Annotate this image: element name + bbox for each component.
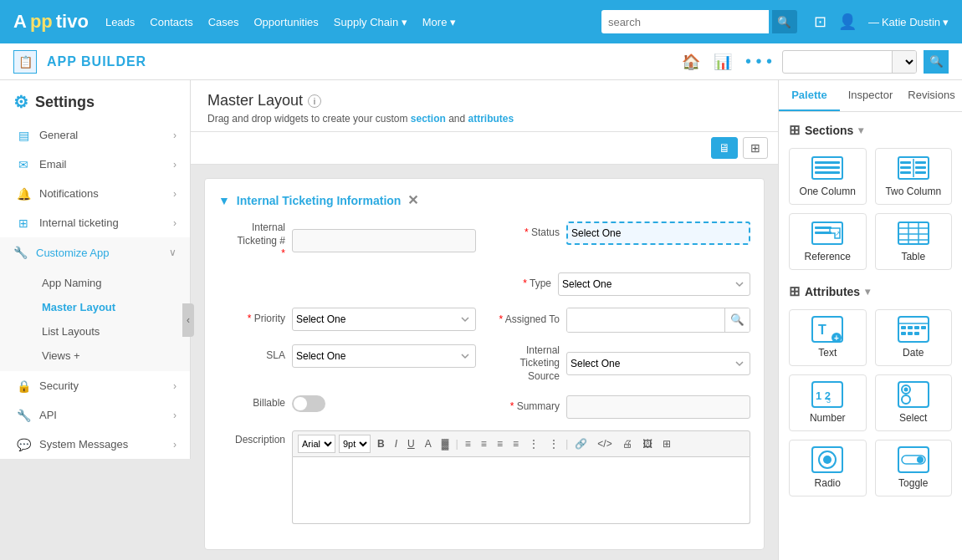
sidebar-collapse-handle[interactable]: ‹ [182, 303, 194, 337]
nav-more[interactable]: More ▾ [422, 16, 456, 28]
priority-select[interactable]: Select One [292, 308, 476, 331]
form-col-internal-ticketing: InternalTicketing #* [218, 221, 476, 261]
description-editor: Arial 9pt B I U A ▓ | ≡ ≡ ≡ [292, 430, 750, 524]
ab-search-button[interactable]: 🔍 [924, 50, 949, 74]
sidebar-item-security[interactable]: 🔒 Security › [0, 371, 190, 400]
ordered-list-button[interactable]: ⋮ [545, 436, 562, 451]
app-logo[interactable]: Apptivo [13, 11, 89, 33]
builder-header: Master Layout i Drag and drop widgets to… [191, 80, 778, 132]
attributes-title: ⊞ Attributes ▾ [789, 283, 952, 299]
nav-cases[interactable]: Cases [208, 16, 239, 28]
user-icon[interactable]: 👤 [838, 13, 857, 31]
sidebar-item-notifications[interactable]: 🔔 Notifications › [0, 179, 190, 208]
sub-item-master-layout[interactable]: Master Layout [33, 295, 190, 319]
internal-ticketing-input[interactable] [292, 229, 476, 252]
ticketing-source-select[interactable]: Select One [566, 352, 750, 375]
print-button[interactable]: 🖨 [619, 436, 636, 451]
sections-label: Sections [805, 124, 853, 137]
align-justify-button[interactable]: ≡ [509, 436, 522, 451]
search-input[interactable] [601, 10, 769, 33]
summary-input[interactable] [566, 395, 750, 419]
font-size-select[interactable]: 9pt [339, 435, 371, 453]
more-options-icon[interactable]: • • • [742, 48, 775, 74]
description-text-area[interactable] [292, 457, 750, 524]
sidebar-item-system-messages[interactable]: 💬 System Messages › [0, 430, 190, 459]
form-col-sla: SLA Select One [218, 344, 476, 368]
highlight-button[interactable]: ▓ [438, 436, 453, 451]
tab-palette[interactable]: Palette [779, 80, 840, 111]
status-select[interactable]: Select One [566, 221, 750, 245]
tab-inspector[interactable]: Inspector [840, 80, 901, 111]
section-collapse-icon[interactable]: ▼ [218, 194, 230, 207]
editor-toolbar: Arial 9pt B I U A ▓ | ≡ ≡ ≡ [292, 430, 750, 457]
palette-radio[interactable]: Radio [789, 440, 867, 496]
nav-opportunities[interactable]: Opportunities [254, 16, 319, 28]
svg-rect-7 [900, 166, 911, 169]
sub-item-app-naming[interactable]: App Naming [33, 271, 190, 295]
underline-button[interactable]: U [404, 436, 418, 451]
svg-rect-1 [815, 161, 840, 164]
info-icon[interactable]: i [308, 94, 321, 108]
nav-supply-chain[interactable]: Supply Chain ▾ [334, 16, 407, 28]
description-label: Description [218, 430, 285, 447]
form-col-summary: * Summary [493, 395, 750, 419]
svg-rect-2 [815, 166, 840, 169]
sidebar-item-customize-app[interactable]: 🔧 Customize App ∨ [0, 237, 190, 267]
settings-gear-icon: ⚙ [13, 92, 28, 112]
code-button[interactable]: </> [594, 436, 615, 451]
align-center-button[interactable]: ≡ [478, 436, 490, 451]
assigned-to-input[interactable] [567, 308, 724, 332]
italic-button[interactable]: I [391, 436, 401, 451]
svg-rect-8 [900, 171, 911, 174]
chevron-right-icon: › [173, 159, 177, 171]
font-family-select[interactable]: Arial [298, 435, 335, 453]
palette-number[interactable]: 1 2 3 Number [789, 374, 867, 431]
palette-one-column[interactable]: One Column [789, 148, 867, 205]
sections-chevron-icon: ▾ [858, 125, 863, 136]
type-select[interactable]: Select One [558, 272, 750, 296]
sla-select[interactable]: Select One [292, 344, 476, 368]
bold-button[interactable]: B [374, 436, 388, 451]
sub-item-views[interactable]: Views + [33, 344, 190, 368]
search-button[interactable]: 🔍 [772, 10, 797, 33]
nav-contacts[interactable]: Contacts [150, 16, 192, 28]
palette-two-column[interactable]: Two Column [875, 148, 953, 205]
billable-toggle[interactable] [292, 395, 325, 412]
palette-text[interactable]: T + Text [789, 309, 867, 366]
user-menu[interactable]: — Katie Dustin ▾ [868, 16, 949, 28]
assigned-to-search-button[interactable]: 🔍 [724, 308, 750, 332]
ab-search-input[interactable] [783, 56, 892, 68]
svg-text:↗: ↗ [835, 230, 841, 237]
palette-panel: Palette Inspector Revisions ⊞ Sections ▾ [778, 80, 962, 560]
sub-item-list-layouts[interactable]: List Layouts [33, 319, 190, 344]
align-right-button[interactable]: ≡ [494, 436, 506, 451]
palette-table[interactable]: Table [875, 213, 953, 270]
image-button[interactable]: 🖼 [639, 436, 656, 451]
sidebar-item-api[interactable]: 🔧 API › [0, 400, 190, 430]
sidebar-item-internal-ticketing[interactable]: ⊞ Internal ticketing › [0, 208, 190, 237]
sidebar-item-general[interactable]: ▤ General › [0, 120, 190, 150]
font-color-button[interactable]: A [422, 436, 435, 451]
inbox-icon[interactable]: ⊡ [814, 13, 826, 31]
table-button[interactable]: ⊞ [659, 436, 674, 451]
svg-text:T: T [818, 323, 826, 337]
assigned-to-label: * Assigned To [493, 313, 560, 327]
ab-search-select[interactable] [892, 51, 916, 73]
palette-select[interactable]: Select [875, 374, 953, 431]
chart-icon[interactable]: 📊 [710, 49, 735, 74]
section-close-icon[interactable]: ✕ [407, 192, 418, 208]
attributes-chevron-icon: ▾ [865, 286, 870, 298]
align-left-button[interactable]: ≡ [462, 436, 474, 451]
grid-view-button[interactable]: ⊞ [743, 137, 768, 159]
link-button[interactable]: 🔗 [571, 436, 591, 451]
palette-toggle[interactable]: Toggle [875, 440, 953, 496]
palette-date[interactable]: Date [875, 309, 953, 366]
desktop-view-button[interactable]: 🖥 [711, 137, 738, 159]
list-button[interactable]: ⋮ [525, 436, 542, 451]
tab-revisions[interactable]: Revisions [901, 80, 962, 111]
sidebar-item-email[interactable]: ✉ Email › [0, 150, 190, 179]
home-icon[interactable]: 🏠 [678, 49, 704, 74]
palette-reference[interactable]: ↗ Reference [789, 213, 867, 270]
internal-ticketing-label: InternalTicketing #* [218, 221, 285, 261]
nav-leads[interactable]: Leads [105, 16, 135, 28]
